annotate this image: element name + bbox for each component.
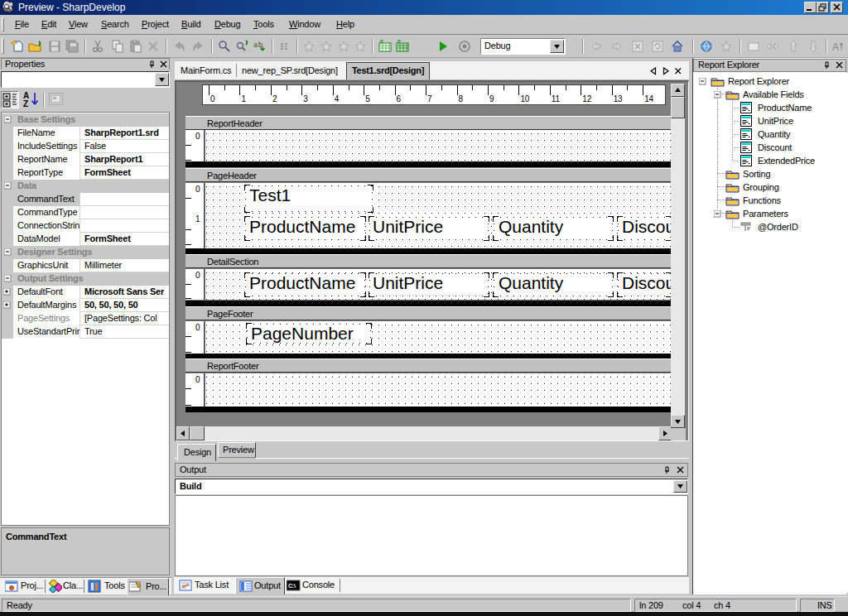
svg-text:a: a bbox=[253, 41, 258, 49]
svg-text:Z: Z bbox=[23, 99, 28, 108]
svg-text:b: b bbox=[258, 41, 263, 49]
svg-text:C:\: C:\ bbox=[288, 583, 296, 589]
svg-text:A: A bbox=[832, 41, 839, 53]
svg-text:SD: SD bbox=[3, 7, 11, 12]
